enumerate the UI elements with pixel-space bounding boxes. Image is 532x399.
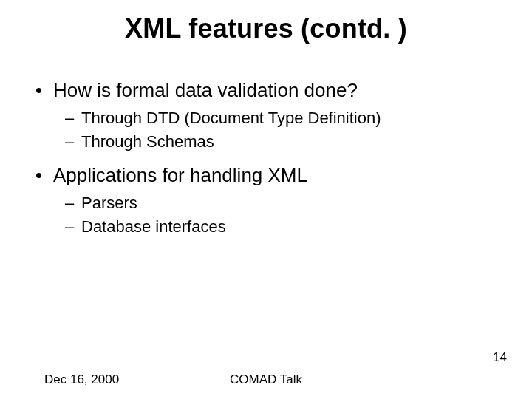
subbullet-text: Database interfaces bbox=[81, 217, 226, 236]
slide-title: XML features (contd. ) bbox=[0, 13, 532, 44]
sublist: – Through DTD (Document Type Definition)… bbox=[35, 107, 497, 152]
slide-body: • How is formal data validation done? – … bbox=[35, 72, 497, 248]
dash-icon: – bbox=[65, 216, 74, 238]
sublist: – Parsers – Database interfaces bbox=[35, 192, 497, 237]
bullet-icon: • bbox=[35, 163, 42, 188]
subbullet-text: Through Schemas bbox=[81, 132, 214, 151]
bullet-level1: • Applications for handling XML bbox=[35, 163, 497, 188]
bullet-level1: • How is formal data validation done? bbox=[35, 78, 497, 103]
bullet-icon: • bbox=[35, 78, 42, 103]
dash-icon: – bbox=[65, 192, 74, 214]
bullet-level2: – Database interfaces bbox=[35, 216, 497, 238]
footer-center: COMAD Talk bbox=[0, 372, 532, 387]
subbullet-text: Through DTD (Document Type Definition) bbox=[81, 109, 381, 127]
bullet-text: Applications for handling XML bbox=[53, 164, 307, 186]
bullet-level2: – Parsers bbox=[35, 192, 497, 214]
dash-icon: – bbox=[65, 131, 74, 153]
dash-icon: – bbox=[65, 107, 74, 129]
bullet-text: How is formal data validation done? bbox=[53, 79, 358, 101]
page-number: 14 bbox=[493, 350, 507, 365]
slide: XML features (contd. ) • How is formal d… bbox=[0, 0, 532, 399]
bullet-level2: – Through Schemas bbox=[35, 131, 497, 153]
subbullet-text: Parsers bbox=[81, 194, 137, 212]
bullet-level2: – Through DTD (Document Type Definition) bbox=[35, 107, 497, 129]
